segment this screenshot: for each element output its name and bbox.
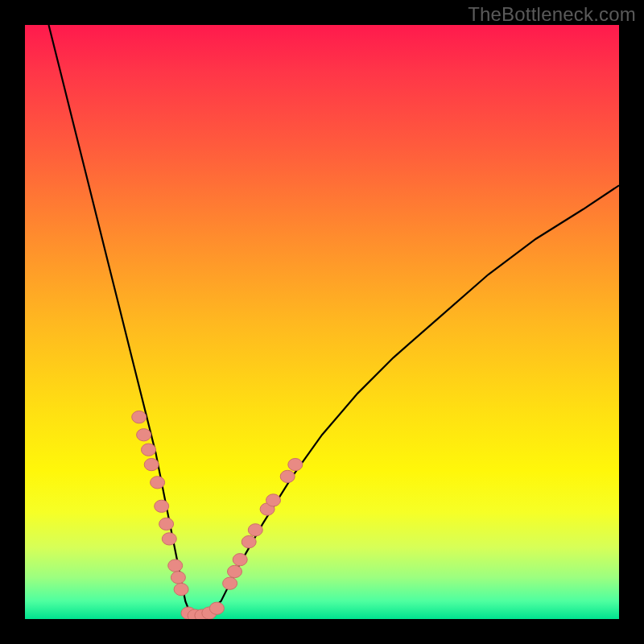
chart-frame: TheBottleneck.com bbox=[0, 0, 644, 644]
data-marker bbox=[144, 458, 159, 470]
data-markers bbox=[132, 411, 303, 619]
data-marker bbox=[288, 458, 303, 470]
data-marker bbox=[137, 429, 151, 441]
data-marker bbox=[151, 477, 165, 489]
data-marker bbox=[223, 577, 237, 589]
data-marker bbox=[168, 559, 183, 572]
data-marker bbox=[266, 494, 281, 506]
plot-area bbox=[25, 25, 619, 619]
data-marker bbox=[209, 602, 224, 614]
data-marker bbox=[242, 535, 256, 547]
data-marker bbox=[132, 411, 147, 423]
data-marker bbox=[248, 524, 262, 536]
curve-layer bbox=[25, 25, 619, 619]
data-marker bbox=[233, 554, 247, 566]
data-marker bbox=[171, 572, 185, 584]
watermark-text: TheBottleneck.com bbox=[468, 3, 636, 26]
bottleneck-curve bbox=[49, 25, 620, 616]
data-marker bbox=[228, 565, 242, 577]
data-marker bbox=[280, 470, 295, 482]
data-marker bbox=[159, 518, 174, 530]
data-marker bbox=[142, 444, 156, 456]
data-marker bbox=[162, 533, 176, 545]
data-marker bbox=[155, 500, 169, 512]
data-marker bbox=[174, 583, 188, 595]
